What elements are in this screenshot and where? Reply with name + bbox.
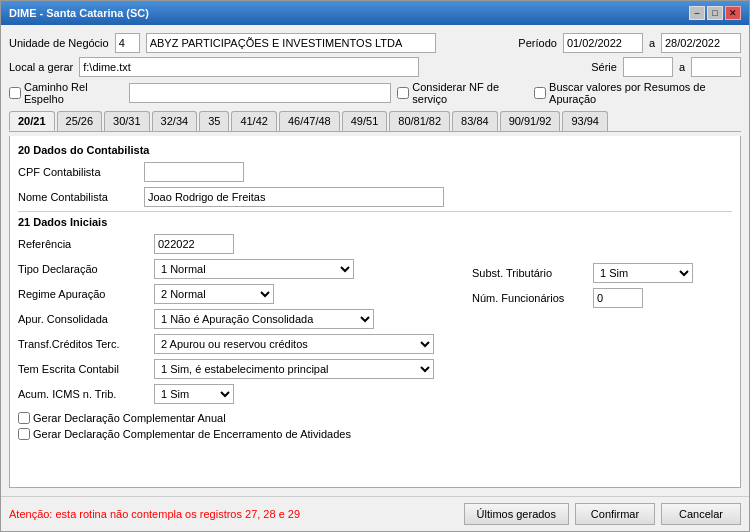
serie-a-label: a: [679, 61, 685, 73]
title-bar: DIME - Santa Catarina (SC) – □ ✕: [1, 1, 749, 25]
nome-label: Nome Contabilista: [18, 191, 138, 203]
periodo-label: Período: [518, 37, 557, 49]
tipo-dec-row: Tipo Declaração 1 Normal 2 Substitutiva …: [18, 259, 452, 279]
tab-909192[interactable]: 90/91/92: [500, 111, 561, 131]
subst-select[interactable]: 1 Sim 2 Não: [593, 263, 693, 283]
tab-9394[interactable]: 93/94: [562, 111, 608, 131]
tab-2021[interactable]: 20/21: [9, 111, 55, 131]
buscar-label: Buscar valores por Resumos de Apuração: [549, 81, 741, 105]
unidade-num-input[interactable]: [115, 33, 140, 53]
tab-3234[interactable]: 32/34: [152, 111, 198, 131]
considerar-checkbox[interactable]: [397, 87, 409, 99]
serie-to-input[interactable]: [691, 57, 741, 77]
transf-label: Transf.Créditos Terc.: [18, 338, 148, 350]
section20-form: CPF Contabilista Nome Contabilista: [18, 162, 732, 207]
nome-input[interactable]: [144, 187, 444, 207]
caminho-row: Caminho Rel Espelho Considerar NF de ser…: [9, 81, 741, 105]
section21-title: 21 Dados Iniciais: [18, 216, 732, 228]
num-func-input[interactable]: [593, 288, 643, 308]
acum-select[interactable]: 1 Sim 2 Não: [154, 384, 234, 404]
button-group: Últimos gerados Confirmar Cancelar: [464, 503, 741, 525]
referencia-input[interactable]: [154, 234, 234, 254]
gerar-dec-enc-text: Gerar Declaração Complementar de Encerra…: [33, 428, 351, 440]
cpf-label: CPF Contabilista: [18, 166, 138, 178]
periodo-a-label: a: [649, 37, 655, 49]
buscar-checkbox[interactable]: [534, 87, 546, 99]
acum-row: Acum. ICMS n. Trib. 1 Sim 2 Não: [18, 384, 452, 404]
local-input[interactable]: [79, 57, 419, 77]
num-func-row: Núm. Funcionários: [472, 288, 732, 308]
main-content: Unidade de Negócio Período a Local a ger…: [1, 25, 749, 496]
nome-row: Nome Contabilista: [18, 187, 732, 207]
tab-4142[interactable]: 41/42: [231, 111, 277, 131]
considerar-label: Considerar NF de serviço: [412, 81, 528, 105]
regime-select[interactable]: 1 Simples 2 Normal 3 Estimativa: [154, 284, 274, 304]
serie-from-input[interactable]: [623, 57, 673, 77]
section20-title: 20 Dados do Contabilista: [18, 144, 732, 156]
close-button[interactable]: ✕: [725, 6, 741, 20]
tab-35[interactable]: 35: [199, 111, 229, 131]
gerar-dec-complementar-label[interactable]: Gerar Declaração Complementar Anual: [18, 412, 732, 424]
gerar-dec-complementar-text: Gerar Declaração Complementar Anual: [33, 412, 226, 424]
unidade-nome-input[interactable]: [146, 33, 436, 53]
maximize-button[interactable]: □: [707, 6, 723, 20]
cpf-input[interactable]: [144, 162, 244, 182]
periodo-to-input[interactable]: [661, 33, 741, 53]
subst-row: Subst. Tributário 1 Sim 2 Não: [472, 263, 732, 283]
subst-label: Subst. Tributário: [472, 267, 587, 279]
section21-cols: Referência Tipo Declaração 1 Normal 2 Su…: [18, 234, 732, 404]
confirmar-button[interactable]: Confirmar: [575, 503, 655, 525]
main-window: DIME - Santa Catarina (SC) – □ ✕ Unidade…: [0, 0, 750, 532]
referencia-label: Referência: [18, 238, 148, 250]
col-left: Referência Tipo Declaração 1 Normal 2 Su…: [18, 234, 452, 404]
num-func-label: Núm. Funcionários: [472, 292, 587, 304]
apur-select[interactable]: 1 Não é Apuração Consolidada 2 É Apuraçã…: [154, 309, 374, 329]
checkboxes-bottom: Gerar Declaração Complementar Anual Gera…: [18, 412, 732, 440]
unidade-label: Unidade de Negócio: [9, 37, 109, 49]
escrita-label: Tem Escrita Contabil: [18, 363, 148, 375]
referencia-row: Referência: [18, 234, 452, 254]
gerar-dec-enc-checkbox[interactable]: [18, 428, 30, 440]
tab-content-2021: 20 Dados do Contabilista CPF Contabilist…: [9, 136, 741, 488]
tab-464748[interactable]: 46/47/48: [279, 111, 340, 131]
tab-2526[interactable]: 25/26: [57, 111, 103, 131]
periodo-from-input[interactable]: [563, 33, 643, 53]
regime-label: Regime Apuração: [18, 288, 148, 300]
unidade-row: Unidade de Negócio Período a: [9, 33, 741, 53]
minimize-button[interactable]: –: [689, 6, 705, 20]
tab-3031[interactable]: 30/31: [104, 111, 150, 131]
divider1: [18, 211, 732, 212]
escrita-row: Tem Escrita Contabil 1 Sim, é estabeleci…: [18, 359, 452, 379]
tipo-dec-label: Tipo Declaração: [18, 263, 148, 275]
bottom-bar: Atenção: esta rotina não contempla os re…: [1, 496, 749, 531]
escrita-select[interactable]: 1 Sim, é estabelecimento principal 2 Não: [154, 359, 434, 379]
local-row: Local a gerar Série a: [9, 57, 741, 77]
transf-row: Transf.Créditos Terc. 1 Não apurou 2 Apu…: [18, 334, 452, 354]
cpf-row: CPF Contabilista: [18, 162, 732, 182]
considerar-checkbox-label[interactable]: Considerar NF de serviço: [397, 81, 528, 105]
title-controls: – □ ✕: [689, 6, 741, 20]
serie-label: Série: [591, 61, 617, 73]
gerar-dec-complementar-checkbox[interactable]: [18, 412, 30, 424]
caminho-label: Caminho Rel Espelho: [24, 81, 123, 105]
warning-text: Atenção: esta rotina não contempla os re…: [9, 508, 300, 520]
caminho-checkbox[interactable]: [9, 87, 21, 99]
caminho-checkbox-label[interactable]: Caminho Rel Espelho: [9, 81, 123, 105]
ultimos-gerados-button[interactable]: Últimos gerados: [464, 503, 569, 525]
tab-808182[interactable]: 80/81/82: [389, 111, 450, 131]
apur-label: Apur. Consolidada: [18, 313, 148, 325]
window-title: DIME - Santa Catarina (SC): [9, 7, 149, 19]
acum-label: Acum. ICMS n. Trib.: [18, 388, 148, 400]
regime-row: Regime Apuração 1 Simples 2 Normal 3 Est…: [18, 284, 452, 304]
tab-8384[interactable]: 83/84: [452, 111, 498, 131]
buscar-checkbox-label[interactable]: Buscar valores por Resumos de Apuração: [534, 81, 741, 105]
caminho-input[interactable]: [129, 83, 392, 103]
tab-4951[interactable]: 49/51: [342, 111, 388, 131]
cancelar-button[interactable]: Cancelar: [661, 503, 741, 525]
local-label: Local a gerar: [9, 61, 73, 73]
transf-select[interactable]: 1 Não apurou 2 Apurou ou reservou crédit…: [154, 334, 434, 354]
tipo-dec-select[interactable]: 1 Normal 2 Substitutiva 3 Cancelamento: [154, 259, 354, 279]
col-right: Subst. Tributário 1 Sim 2 Não Núm. Funci…: [472, 234, 732, 404]
gerar-dec-enc-label[interactable]: Gerar Declaração Complementar de Encerra…: [18, 428, 732, 440]
apur-row: Apur. Consolidada 1 Não é Apuração Conso…: [18, 309, 452, 329]
